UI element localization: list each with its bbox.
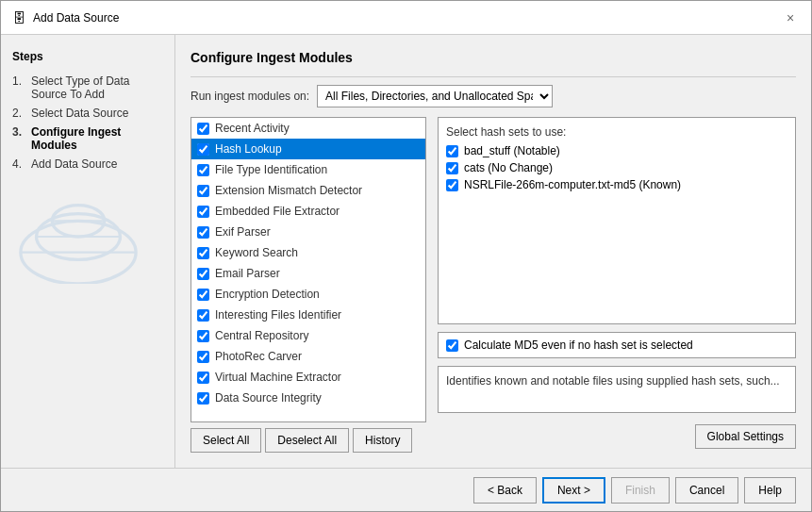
bottom-bar: < Back Next > Finish Cancel Help xyxy=(1,468,811,511)
hash-set-checkbox[interactable] xyxy=(446,179,458,191)
module-item[interactable]: Central Repository xyxy=(191,325,425,346)
hash-sets-label: Select hash sets to use: xyxy=(446,125,787,139)
module-checkbox[interactable] xyxy=(197,289,209,301)
module-checkbox[interactable] xyxy=(197,372,209,384)
history-button[interactable]: History xyxy=(353,428,412,453)
module-label: Interesting Files Identifier xyxy=(215,308,341,322)
section-title: Configure Ingest Modules xyxy=(191,50,796,65)
module-checkbox[interactable] xyxy=(197,226,209,239)
separator xyxy=(191,76,796,77)
module-checkbox[interactable] xyxy=(197,351,209,363)
main-content: Configure Ingest Modules Run ingest modu… xyxy=(175,35,811,468)
title-bar-left: 🗄 Add Data Source xyxy=(12,10,119,25)
module-label: Keyword Search xyxy=(215,246,298,259)
sidebar-heading: Steps xyxy=(12,50,163,63)
run-on-select[interactable]: All Files, Directories, and Unallocated … xyxy=(317,85,553,107)
module-item[interactable]: Recent Activity xyxy=(191,118,425,139)
close-button[interactable]: × xyxy=(781,8,800,27)
deselect-all-button[interactable]: Deselect All xyxy=(265,428,349,453)
module-label: Email Parser xyxy=(215,267,280,280)
module-label: Recent Activity xyxy=(215,122,290,135)
modules-list: Recent ActivityHash LookupFile Type Iden… xyxy=(191,118,425,408)
module-checkbox[interactable] xyxy=(197,309,209,322)
module-checkbox[interactable] xyxy=(197,268,209,280)
hash-set-label: NSRLFile-266m-computer.txt-md5 (Known) xyxy=(464,178,681,191)
module-item[interactable]: File Type Identification xyxy=(191,159,425,180)
module-checkbox[interactable] xyxy=(197,206,209,218)
module-item[interactable]: Email Parser xyxy=(191,263,425,284)
module-item[interactable]: Data Source Integrity xyxy=(191,388,425,408)
module-checkbox[interactable] xyxy=(197,123,209,135)
step-2: 2. Select Data Source xyxy=(12,107,163,120)
module-item[interactable]: Keyword Search xyxy=(191,242,425,263)
cancel-button[interactable]: Cancel xyxy=(675,477,738,504)
steps-list: 1. Select Type of Data Source To Add 2. … xyxy=(12,74,163,171)
dialog-icon: 🗄 xyxy=(12,10,25,25)
hash-set-checkbox[interactable] xyxy=(446,162,458,174)
hash-set-item: NSRLFile-266m-computer.txt-md5 (Known) xyxy=(446,178,787,191)
step-3: 3. Configure Ingest Modules xyxy=(12,125,163,152)
sidebar: Steps 1. Select Type of Data Source To A… xyxy=(1,35,175,468)
global-settings-row: Global Settings xyxy=(438,421,796,453)
finish-button[interactable]: Finish xyxy=(611,477,670,504)
module-label: Extension Mismatch Detector xyxy=(215,184,362,197)
module-label: Data Source Integrity xyxy=(215,391,322,405)
module-label: Encryption Detection xyxy=(215,288,320,301)
module-label: PhotoRec Carver xyxy=(215,350,302,363)
select-all-button[interactable]: Select All xyxy=(191,428,261,453)
module-label: Embedded File Extractor xyxy=(215,205,340,218)
module-item[interactable]: PhotoRec Carver xyxy=(191,346,425,367)
module-checkbox[interactable] xyxy=(197,392,209,405)
module-checkbox[interactable] xyxy=(197,185,209,197)
description-text: Identifies known and notable files using… xyxy=(446,374,780,388)
module-item[interactable]: Embedded File Extractor xyxy=(191,201,425,222)
dialog: 🗄 Add Data Source × Steps 1. Select Type… xyxy=(0,0,812,512)
module-item[interactable]: Exif Parser xyxy=(191,222,425,242)
module-checkbox[interactable] xyxy=(197,164,209,176)
hash-set-checkbox[interactable] xyxy=(446,145,458,157)
module-item[interactable]: Interesting Files Identifier xyxy=(191,305,425,325)
run-on-row: Run ingest modules on: All Files, Direct… xyxy=(191,85,796,107)
description-panel: Identifies known and notable files using… xyxy=(438,366,796,413)
dialog-body: Steps 1. Select Type of Data Source To A… xyxy=(1,35,811,468)
module-checkbox[interactable] xyxy=(197,247,209,259)
calc-md5-row: Calculate MD5 even if no hash set is sel… xyxy=(438,332,796,358)
hash-set-label: bad_stuff (Notable) xyxy=(464,144,560,157)
module-checkbox[interactable] xyxy=(197,143,209,156)
module-item[interactable]: Hash Lookup xyxy=(191,139,425,159)
module-label: Exif Parser xyxy=(215,225,271,239)
module-item[interactable]: Virtual Machine Extractor xyxy=(191,367,425,388)
hash-set-label: cats (No Change) xyxy=(464,161,553,174)
module-item[interactable]: Encryption Detection xyxy=(191,284,425,305)
calc-md5-checkbox[interactable] xyxy=(446,339,458,352)
panels-row: Recent ActivityHash LookupFile Type Iden… xyxy=(191,117,796,453)
watermark xyxy=(12,190,163,287)
back-button[interactable]: < Back xyxy=(473,477,537,504)
modules-panel: Recent ActivityHash LookupFile Type Iden… xyxy=(191,117,426,453)
module-checkbox[interactable] xyxy=(197,330,209,342)
module-label: Virtual Machine Extractor xyxy=(215,371,341,384)
right-panel: Select hash sets to use: bad_stuff (Nota… xyxy=(438,117,796,453)
module-item[interactable]: Extension Mismatch Detector xyxy=(191,180,425,201)
next-button[interactable]: Next > xyxy=(542,477,605,504)
module-label: Central Repository xyxy=(215,329,308,342)
step-1: 1. Select Type of Data Source To Add xyxy=(12,74,163,101)
hash-set-item: bad_stuff (Notable) xyxy=(446,144,787,157)
global-settings-button[interactable]: Global Settings xyxy=(695,424,796,449)
modules-list-container[interactable]: Recent ActivityHash LookupFile Type Iden… xyxy=(191,117,426,422)
step-4: 4. Add Data Source xyxy=(12,157,163,171)
modules-buttons: Select All Deselect All History xyxy=(191,428,426,453)
hash-sets-panel: Select hash sets to use: bad_stuff (Nota… xyxy=(438,117,796,324)
hash-sets-list: bad_stuff (Notable)cats (No Change)NSRLF… xyxy=(446,144,787,316)
title-bar: 🗄 Add Data Source × xyxy=(1,1,811,35)
module-label: Hash Lookup xyxy=(215,142,282,156)
run-on-label: Run ingest modules on: xyxy=(191,90,309,103)
calc-md5-label: Calculate MD5 even if no hash set is sel… xyxy=(464,339,693,352)
module-label: File Type Identification xyxy=(215,163,327,176)
dialog-title: Add Data Source xyxy=(33,11,119,25)
hash-set-item: cats (No Change) xyxy=(446,161,787,174)
help-button[interactable]: Help xyxy=(744,477,796,504)
